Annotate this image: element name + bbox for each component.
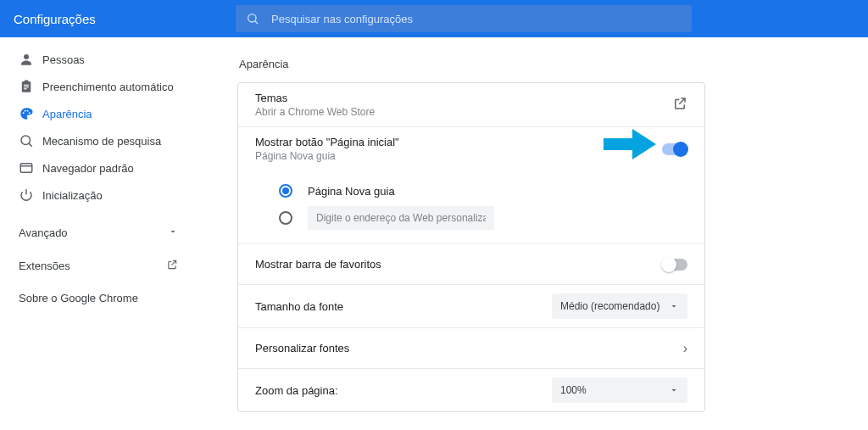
sidebar-item-extensions[interactable]: Extensões	[0, 249, 197, 282]
sidebar-item-label: Mecanismo de pesquisa	[42, 135, 161, 148]
row-font-size: Tamanho da fonte Médio (recomendado)	[238, 285, 704, 328]
svg-point-10	[27, 110, 29, 112]
sidebar-extensions-label: Extensões	[19, 260, 70, 272]
row-custom-fonts[interactable]: Personalizar fontes ›	[238, 328, 704, 369]
custom-fonts-title: Personalizar fontes	[255, 342, 349, 355]
svg-point-8	[23, 112, 25, 114]
sidebar-item-about[interactable]: Sobre o Google Chrome	[0, 282, 197, 314]
appearance-card: Temas Abrir a Chrome Web Store Mostrar b…	[237, 82, 705, 412]
zoom-title: Zoom da página:	[255, 384, 338, 397]
sidebar-item-autofill[interactable]: Preenchimento automático	[0, 73, 197, 100]
sidebar-item-startup[interactable]: Inicialização	[0, 181, 197, 209]
clipboard-icon	[19, 79, 42, 94]
zoom-dropdown[interactable]: 100%	[552, 377, 687, 403]
settings-search[interactable]	[236, 5, 692, 32]
svg-point-0	[248, 14, 256, 22]
page-title: Configurações	[14, 12, 236, 26]
appearance-section-title: Aparência	[239, 58, 868, 70]
sidebar-advanced-label: Avançado	[19, 226, 68, 239]
sidebar-item-default-browser[interactable]: Navegador padrão	[0, 154, 197, 181]
font-size-dropdown[interactable]: Médio (recomendado)	[552, 293, 687, 319]
search-icon	[246, 12, 259, 25]
settings-search-input[interactable]	[271, 13, 682, 25]
person-icon	[19, 52, 42, 67]
search-icon	[19, 133, 42, 148]
chevron-down-icon	[669, 385, 679, 395]
radio-new-tab-label: Página Nova guia	[308, 185, 395, 198]
svg-rect-4	[25, 81, 29, 83]
home-button-options: Página Nova guia	[238, 170, 704, 244]
sidebar-item-label: Inicialização	[42, 189, 103, 202]
zoom-value: 100%	[560, 384, 587, 396]
sidebar-item-appearance[interactable]: Aparência	[0, 100, 197, 127]
themes-title: Temas	[255, 92, 375, 104]
themes-subtitle: Abrir a Chrome Web Store	[255, 106, 375, 118]
svg-line-1	[255, 21, 258, 24]
font-size-title: Tamanho da fonte	[255, 300, 343, 313]
home-button-subtitle: Página Nova guia	[255, 150, 399, 162]
palette-icon	[19, 106, 42, 121]
custom-url-input[interactable]	[308, 206, 494, 230]
sidebar-item-label: Navegador padrão	[42, 162, 134, 175]
radio-custom-url[interactable]	[279, 211, 292, 225]
sidebar-item-label: Preenchimento automático	[42, 81, 174, 93]
sidebar-item-label: Pessoas	[42, 53, 85, 66]
svg-point-11	[29, 112, 31, 114]
sidebar-item-search-engine[interactable]: Mecanismo de pesquisa	[0, 127, 197, 154]
svg-rect-5	[24, 85, 29, 86]
external-link-icon	[672, 96, 687, 114]
row-home-button: Mostrar botão "Página inicial" Página No…	[238, 127, 704, 170]
browser-icon	[19, 160, 42, 176]
svg-rect-6	[24, 87, 29, 87]
page-header: Configurações	[0, 0, 868, 37]
external-link-icon	[166, 259, 178, 273]
radio-custom-url-row[interactable]	[279, 204, 687, 232]
bookmarks-bar-title: Mostrar barra de favoritos	[255, 258, 381, 271]
svg-rect-14	[20, 164, 32, 173]
power-icon	[19, 187, 42, 203]
home-button-toggle[interactable]	[662, 143, 687, 155]
main-content: Aparência Temas Abrir a Chrome Web Store…	[197, 37, 868, 430]
sidebar-item-label: Aparência	[42, 108, 92, 120]
radio-new-tab-row[interactable]: Página Nova guia	[279, 177, 687, 204]
row-themes[interactable]: Temas Abrir a Chrome Web Store	[238, 83, 704, 127]
row-page-zoom: Zoom da página: 100%	[238, 369, 704, 411]
bookmarks-bar-toggle[interactable]	[662, 259, 687, 271]
svg-point-9	[25, 110, 26, 112]
svg-point-12	[21, 136, 31, 145]
row-bookmarks-bar: Mostrar barra de favoritos	[238, 244, 704, 285]
radio-new-tab[interactable]	[279, 184, 292, 198]
sidebar-item-people[interactable]: Pessoas	[0, 46, 197, 73]
chevron-right-icon: ›	[683, 341, 687, 356]
home-button-title: Mostrar botão "Página inicial"	[255, 136, 399, 148]
sidebar: Pessoas Preenchimento automático Aparênc…	[0, 37, 197, 430]
font-size-value: Médio (recomendado)	[560, 300, 659, 312]
svg-rect-7	[24, 88, 27, 89]
svg-line-13	[29, 143, 31, 146]
chevron-down-icon	[669, 301, 679, 311]
sidebar-item-advanced[interactable]: Avançado	[0, 215, 197, 249]
svg-point-2	[24, 54, 29, 59]
sidebar-about-label: Sobre o Google Chrome	[19, 292, 138, 304]
chevron-down-icon	[168, 226, 178, 239]
